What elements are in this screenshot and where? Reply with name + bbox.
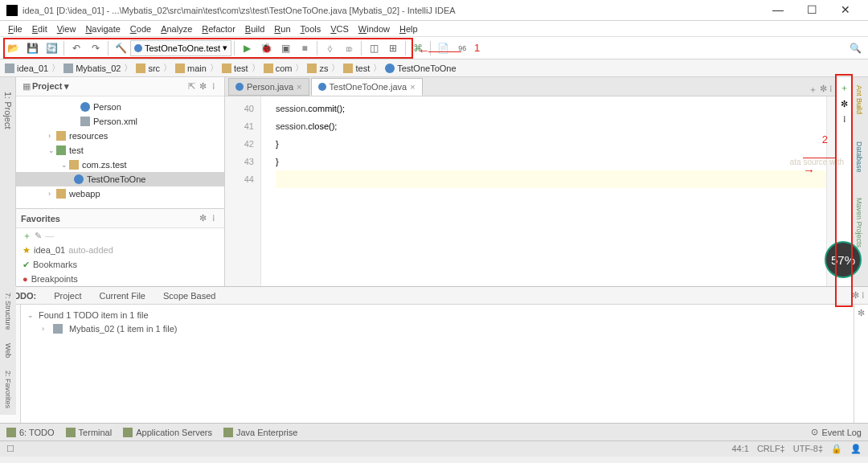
tab-project[interactable]: 1: Project xyxy=(2,90,14,130)
crumb-com[interactable]: com xyxy=(264,64,293,73)
fav-Breakpoints[interactable]: ●Breakpoints xyxy=(16,272,224,286)
plus-icon[interactable]: ＋ xyxy=(840,82,849,94)
tree-item-webapp[interactable]: ›webapp xyxy=(16,186,224,201)
crumb-main[interactable]: main xyxy=(175,64,207,73)
sync-icon[interactable]: 🔄 xyxy=(44,41,59,55)
tree-item-resources[interactable]: ›resources xyxy=(16,129,224,143)
tree-item-Person[interactable]: Person xyxy=(16,100,224,114)
menu-vcs[interactable]: VCS xyxy=(327,24,352,34)
tool-icon-4[interactable]: ⊞ xyxy=(386,41,400,55)
toolbar: 1 📂 💾 🔄 ↶ ↷ 🔨 TestOneToOne.test ▾ ▶ 🐞 ▣ … xyxy=(0,37,868,59)
status-icon[interactable]: ☐ xyxy=(6,444,14,454)
tool-icon-1[interactable]: ⎀ xyxy=(322,41,337,55)
bottom-6: TODO[interactable]: 6: TODO xyxy=(6,428,55,437)
todo-tab-Project[interactable]: Project xyxy=(49,291,86,301)
tree-item-TestOneToOne[interactable]: TestOneToOne xyxy=(16,172,224,186)
lock-icon[interactable]: 🔒 xyxy=(831,444,842,454)
bottom-Terminal[interactable]: Terminal xyxy=(66,428,113,437)
open-icon[interactable]: 📂 xyxy=(6,41,20,55)
tab-tool-icon[interactable]: ⁞ xyxy=(829,84,833,96)
close-tab-icon[interactable]: × xyxy=(297,82,301,92)
menu-window[interactable]: Window xyxy=(355,24,393,34)
menu-build[interactable]: Build xyxy=(242,24,268,34)
gear-icon[interactable]: ✼ xyxy=(197,213,208,223)
crumb-TestOneToOne[interactable]: TestOneToOne xyxy=(385,64,456,73)
fav-Bookmarks[interactable]: ✔Bookmarks xyxy=(16,257,224,272)
line-separator[interactable]: CRLF‡ xyxy=(757,444,785,454)
project-tree[interactable]: PersonPerson.xml›resources⌄test⌄com.zs.t… xyxy=(16,96,224,208)
fav-idea_01[interactable]: ★idea_01 auto-added xyxy=(16,243,224,257)
stop-icon[interactable]: ■ xyxy=(297,41,312,55)
menu-edit[interactable]: Edit xyxy=(29,24,51,34)
inspector-icon[interactable]: 👤 xyxy=(850,444,862,454)
close-button[interactable]: ✕ xyxy=(829,2,862,18)
maximize-button[interactable]: ☐ xyxy=(796,2,828,18)
coverage-icon[interactable]: ▣ xyxy=(278,41,293,55)
tool-icon-6[interactable]: 📄 xyxy=(436,41,450,55)
counter-badge[interactable]: 96 xyxy=(455,41,469,55)
code-editor[interactable]: session.commit(); session.close(); } } xyxy=(261,96,826,286)
todo-tab-Current File[interactable]: Current File xyxy=(95,291,150,301)
menu-file[interactable]: File xyxy=(5,24,26,34)
close-tab-icon[interactable]: × xyxy=(410,82,415,92)
redo-icon[interactable]: ↷ xyxy=(88,41,103,55)
tree-item-com.zs.test[interactable]: ⌄com.zs.test xyxy=(16,158,224,172)
minimize-button[interactable]: — xyxy=(762,2,794,18)
gear-icon[interactable]: ✼ xyxy=(197,81,208,92)
tab-tool-icon[interactable]: ✼ xyxy=(820,84,827,96)
bottom-Java Enterprise[interactable]: Java Enterprise xyxy=(223,428,297,437)
search-icon[interactable]: 🔍 xyxy=(848,41,862,55)
run-config-selector[interactable]: TestOneToOne.test ▾ xyxy=(130,40,231,56)
caret-position[interactable]: 44:1 xyxy=(731,444,748,454)
tab-favorites[interactable]: 2: Favorites xyxy=(4,371,12,408)
plus-icon[interactable]: ＋ xyxy=(23,230,31,242)
tool-icon-5[interactable]: ⌘ xyxy=(411,41,425,55)
menu-tools[interactable]: Tools xyxy=(297,24,325,34)
tree-item-Person.xml[interactable]: Person.xml xyxy=(16,114,224,129)
hide-icon[interactable]: ⁞ xyxy=(208,213,219,223)
bottom-Application Servers[interactable]: Application Servers xyxy=(123,428,212,437)
gear-icon[interactable]: ✼ xyxy=(858,308,865,318)
menu-run[interactable]: Run xyxy=(271,24,293,34)
crumb-test[interactable]: test xyxy=(222,64,248,73)
menu-view[interactable]: View xyxy=(54,24,80,34)
line-gutter: 4041424344 xyxy=(225,96,261,286)
tab-TestOneToOne.java[interactable]: TestOneToOne.java× xyxy=(311,78,423,96)
run-icon[interactable]: ▶ xyxy=(240,41,254,55)
tab-structure[interactable]: 7: Structure xyxy=(4,293,12,330)
save-icon[interactable]: 💾 xyxy=(25,41,39,55)
tab-database[interactable]: Database xyxy=(855,141,863,173)
menu-refactor[interactable]: Refactor xyxy=(199,24,239,34)
tree-item-test[interactable]: ⌄test xyxy=(16,143,224,158)
hammer-icon[interactable]: 🔨 xyxy=(113,41,128,55)
hide-icon[interactable]: ⁞ xyxy=(843,114,846,125)
tab-ant-build[interactable]: Ant Build xyxy=(855,85,863,114)
todo-content[interactable]: ⌄Found 1 TODO item in 1 file ›Mybatis_02… xyxy=(21,305,854,423)
debug-icon[interactable]: 🐞 xyxy=(259,41,273,55)
gear-icon[interactable]: ✼ xyxy=(841,99,848,109)
project-panel-title[interactable]: Project ▾ xyxy=(32,81,186,92)
todo-module-row[interactable]: Mybatis_02 (1 item in 1 file) xyxy=(69,324,178,334)
tool-icon-2[interactable]: ⎄ xyxy=(342,41,356,55)
menu-analyze[interactable]: Analyze xyxy=(158,24,195,34)
menu-help[interactable]: Help xyxy=(396,24,421,34)
crumb-src[interactable]: src xyxy=(136,64,160,73)
crumb-zs[interactable]: zs xyxy=(307,64,328,73)
todo-tab-Scope Based[interactable]: Scope Based xyxy=(158,291,220,301)
project-icon: ▦ xyxy=(21,81,32,92)
tab-tool-icon[interactable]: ＋ xyxy=(809,84,817,96)
tab-maven[interactable]: Maven Projects xyxy=(855,198,863,248)
hide-icon[interactable]: ⁞ xyxy=(208,81,219,92)
crumb-Mybatis_02[interactable]: Mybatis_02 xyxy=(63,64,121,73)
collapse-icon[interactable]: ⇱ xyxy=(186,81,197,92)
tool-icon-3[interactable]: ◫ xyxy=(366,41,381,55)
tab-Person.java[interactable]: Person.java× xyxy=(228,78,309,96)
crumb-test[interactable]: test xyxy=(343,64,370,73)
menu-code[interactable]: Code xyxy=(127,24,154,34)
crumb-idea_01[interactable]: idea_01 xyxy=(5,64,48,73)
undo-icon[interactable]: ↶ xyxy=(69,41,84,55)
menu-navigate[interactable]: Navigate xyxy=(82,24,123,34)
file-encoding[interactable]: UTF-8‡ xyxy=(793,444,823,454)
event-log[interactable]: ⊙ Event Log xyxy=(811,427,862,437)
tab-web[interactable]: Web xyxy=(4,343,12,358)
